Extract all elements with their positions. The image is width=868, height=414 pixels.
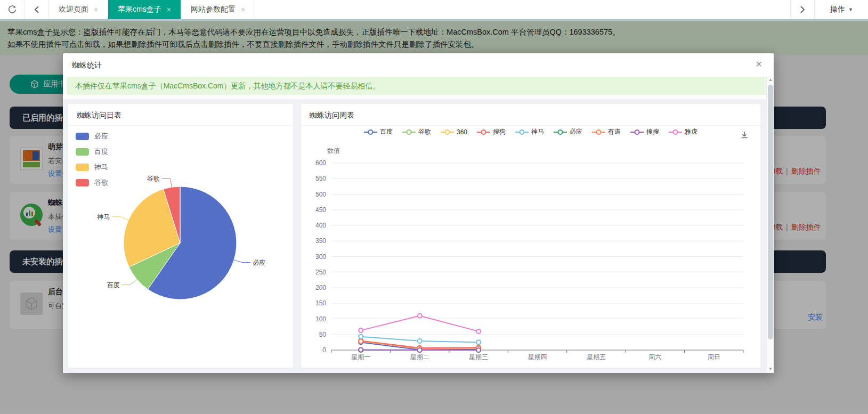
caret-down-icon: ▼	[848, 7, 853, 12]
tabbar-accent-strip	[0, 19, 868, 21]
y-tick-label: 350	[315, 237, 326, 245]
line-legend-item-谷歌[interactable]: 谷歌	[402, 127, 431, 136]
y-tick-label: 100	[315, 315, 326, 323]
legend-marker	[402, 129, 416, 135]
actions-label: 操作	[830, 5, 845, 14]
line-legend-item-百度[interactable]: 百度	[364, 127, 393, 136]
tab-site-params[interactable]: 网站参数配置 ×	[181, 0, 255, 19]
legend-label: 谷歌	[418, 127, 431, 136]
tab-label: 网站参数配置	[191, 5, 236, 14]
chevron-right-icon	[799, 5, 806, 14]
pie-legend-item-神马[interactable]: 神马	[76, 163, 108, 172]
modal-alert: 本插件仅在苹果cms盒子（MacCmsBox.Com）更新，其他地方都不是本人请…	[67, 77, 766, 95]
legend-marker	[630, 129, 644, 135]
actions-dropdown[interactable]: 操作 ▼	[815, 0, 868, 19]
legend-label: 有道	[608, 127, 621, 136]
pie-legend-item-谷歌[interactable]: 谷歌	[76, 178, 108, 188]
legend-marker	[364, 129, 377, 135]
modal-close-button[interactable]: ×	[756, 59, 762, 69]
data-point-神马[interactable]	[418, 339, 422, 343]
data-point-有道[interactable]	[359, 339, 363, 344]
y-tick-label: 550	[315, 175, 326, 182]
modal-scrollbar[interactable]: ▲ ▼	[766, 76, 774, 373]
legend-marker	[477, 129, 490, 135]
y-tick-label: 500	[315, 191, 326, 198]
legend-label: 神马	[94, 163, 108, 172]
tab-close-icon[interactable]: ×	[167, 5, 171, 14]
data-point-搜搜[interactable]	[359, 347, 363, 352]
pie-label-line	[122, 279, 137, 285]
line-legend-item-必应[interactable]: 必应	[554, 127, 582, 136]
y-tick-label: 150	[315, 299, 326, 307]
y-tick-label: 0	[322, 346, 326, 354]
x-tick-label: 周日	[708, 353, 720, 361]
app-root: 欢迎页面 × 苹果cms盒子 × 网站参数配置 × 操作 ▼ 苹果cms盒子提示…	[0, 0, 868, 414]
x-tick-label: 星期四	[528, 353, 547, 361]
legend-marker	[441, 129, 454, 135]
y-tick-label: 50	[319, 331, 327, 338]
legend-swatch	[76, 148, 89, 156]
tab-welcome[interactable]: 欢迎页面 ×	[49, 0, 108, 19]
line-legend-item-360[interactable]: 360	[441, 127, 467, 136]
weekly-line-card: 蜘蛛访问周表 百度谷歌360搜狗神马必应有道搜搜雅虎 0501001502002…	[301, 104, 760, 368]
pie-label: 谷歌	[147, 175, 160, 182]
legend-label: 搜搜	[646, 127, 659, 136]
x-tick-label: 星期三	[469, 353, 488, 361]
line-chart: 050100150200250300350400450500550600数值星期…	[301, 141, 760, 368]
pie-label-line	[234, 260, 250, 263]
data-point-雅虎[interactable]	[476, 329, 481, 334]
y-tick-label: 300	[315, 253, 326, 261]
legend-label: 神马	[531, 127, 544, 136]
card-divider	[301, 125, 760, 126]
y-tick-label: 250	[315, 269, 326, 276]
line-legend-item-搜狗[interactable]: 搜狗	[477, 127, 506, 136]
line-legend: 百度谷歌360搜狗神马必应有道搜搜雅虎	[301, 127, 760, 136]
data-point-神马[interactable]	[359, 335, 363, 339]
refresh-icon	[7, 5, 17, 14]
scrollbar-thumb[interactable]	[768, 85, 773, 339]
data-point-神马[interactable]	[476, 340, 481, 344]
tab-label: 欢迎页面	[59, 5, 88, 14]
modal-alert-text: 本插件仅在苹果cms盒子（MacCmsBox.Com）更新，其他地方都不是本人请…	[75, 82, 380, 90]
data-point-搜搜[interactable]	[476, 348, 481, 352]
tabs-scroll-left-button[interactable]	[25, 0, 49, 19]
legend-label: 谷歌	[94, 178, 108, 188]
legend-swatch	[76, 133, 89, 140]
legend-swatch	[76, 164, 89, 171]
pie-legend-item-必应[interactable]: 必应	[76, 132, 108, 141]
tab-close-icon[interactable]: ×	[94, 5, 98, 14]
line-legend-item-搜搜[interactable]: 搜搜	[630, 127, 659, 136]
scroll-down-arrow[interactable]: ▼	[767, 366, 774, 373]
legend-marker	[515, 129, 529, 135]
line-chart-title: 蜘蛛访问周表	[310, 111, 354, 120]
data-point-搜搜[interactable]	[418, 348, 422, 352]
legend-label: 百度	[380, 127, 393, 136]
chevron-left-icon	[34, 5, 40, 14]
y-tick-label: 400	[315, 222, 326, 229]
y-axis-name: 数值	[327, 147, 340, 155]
pie-legend-item-百度[interactable]: 百度	[76, 147, 108, 157]
refresh-button[interactable]	[0, 0, 25, 19]
download-chart-icon[interactable]	[740, 131, 749, 141]
legend-label: 搜狗	[493, 127, 506, 136]
legend-label: 必应	[94, 132, 108, 141]
scroll-up-arrow[interactable]: ▲	[767, 76, 774, 84]
pie-label-line	[112, 217, 128, 221]
x-tick-label: 周六	[648, 353, 661, 361]
data-point-雅虎[interactable]	[359, 328, 363, 332]
spider-stats-modal: 蜘蛛统计 × 本插件仅在苹果cms盒子（MacCmsBox.Com）更新，其他地…	[63, 53, 774, 373]
legend-label: 必应	[570, 127, 582, 136]
line-legend-item-神马[interactable]: 神马	[515, 127, 544, 136]
line-legend-item-有道[interactable]: 有道	[592, 127, 621, 136]
tabs-scroll-right-button[interactable]	[790, 0, 815, 19]
tab-maccms-box[interactable]: 苹果cms盒子 ×	[108, 0, 181, 19]
tab-close-icon[interactable]: ×	[241, 5, 245, 14]
tab-bar: 欢迎页面 × 苹果cms盒子 × 网站参数配置 × 操作 ▼	[0, 0, 868, 19]
legend-marker	[592, 129, 605, 135]
data-point-雅虎[interactable]	[418, 314, 422, 318]
y-tick-label: 450	[315, 206, 326, 214]
modal-header: 蜘蛛统计 ×	[63, 53, 774, 76]
line-legend-item-雅虎[interactable]: 雅虎	[669, 127, 697, 136]
y-tick-label: 200	[315, 284, 326, 291]
pie-label: 神马	[96, 213, 110, 221]
